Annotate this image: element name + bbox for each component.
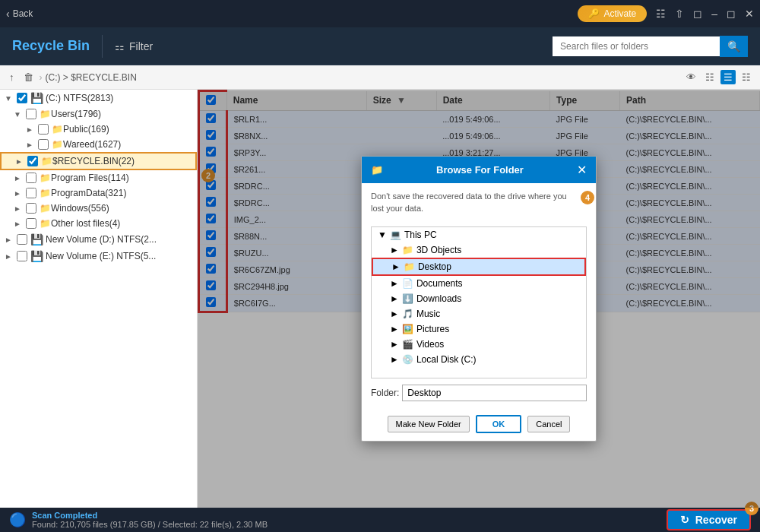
make-new-folder-button[interactable]: Make New Folder	[388, 416, 470, 432]
up-button[interactable]: ↑	[6, 70, 17, 84]
wareed-label: Wareed(1627)	[63, 139, 121, 150]
tree-item-music[interactable]: ► 🎵 Music	[372, 306, 586, 321]
back-label: Back	[13, 8, 33, 19]
expand-icon: ►	[12, 204, 23, 213]
expand-icon: ►	[12, 174, 23, 182]
sidebar-item-drive-d[interactable]: ► 💾 New Volume (D:) NTFS(2...	[0, 231, 197, 248]
recover-button[interactable]: ↻ Recover	[667, 509, 751, 530]
sidebar-item-program-data[interactable]: ► 📁 ProgramData(321)	[0, 185, 197, 201]
title-bar: ‹ Back 🔑 Activate ☷ ⇧ ◻ – ◻ ✕	[0, 0, 760, 27]
tree-item-3d-objects[interactable]: ► 📁 3D Objects	[372, 242, 586, 258]
tree-item-desktop[interactable]: ► 📁 Desktop	[372, 258, 586, 276]
other-lost-checkbox[interactable]	[26, 218, 36, 229]
public-label: Public(169)	[63, 124, 109, 135]
modal-folder-icon: 📁	[371, 164, 383, 176]
status-bar: 🔵 Scan Completed Found: 210,705 files (9…	[0, 508, 760, 532]
folder-icon: 📁	[40, 188, 51, 198]
filter-button[interactable]: ⚏ Filter	[115, 40, 153, 52]
folder-icon: 📁	[40, 109, 51, 119]
view-grid-button[interactable]: ☷	[702, 70, 717, 84]
modal-overlay: 📁 Browse For Folder ✕ Don't save the rec…	[198, 90, 760, 508]
expand-icon: ►	[24, 141, 35, 149]
app-title: Recycle Bin	[12, 38, 90, 54]
breadcrumb-path: (C:) > $RECYCLE.BIN	[46, 72, 137, 83]
activate-button[interactable]: 🔑 Activate	[578, 5, 648, 22]
ok-button[interactable]: OK	[476, 415, 522, 433]
expand-icon: ►	[14, 157, 24, 166]
back-button[interactable]: ‹ Back	[6, 8, 33, 20]
tree-item-pictures[interactable]: ► 🖼️ Pictures	[372, 321, 586, 337]
key-icon: 🔑	[588, 8, 600, 19]
filter-label: Filter	[129, 40, 153, 52]
drive-icon: 💾	[30, 233, 43, 245]
recycle-bin-checkbox[interactable]	[27, 156, 38, 166]
sidebar-item-drive-e[interactable]: ► 💾 New Volume (E:) NTFS(5...	[0, 248, 197, 264]
users-checkbox[interactable]	[26, 109, 36, 119]
program-data-checkbox[interactable]	[26, 188, 36, 198]
delete-button[interactable]: 🗑	[21, 70, 36, 84]
status-left: 🔵 Scan Completed Found: 210,705 files (9…	[9, 511, 268, 529]
search-area: 🔍	[553, 36, 748, 57]
pc-icon: 💻	[390, 230, 401, 240]
sidebar-item-windows[interactable]: ► 📁 Windows(556)	[0, 201, 197, 216]
sidebar-item-recycle-bin[interactable]: 1 ► 📁 $RECYCLE.BIN(22)	[0, 152, 197, 170]
view-list-button[interactable]: ☰	[720, 70, 736, 84]
expand-icon: ►	[390, 245, 399, 255]
back-arrow-icon: ‹	[6, 8, 10, 20]
expand-icon: ►	[391, 261, 401, 272]
folder-icon: 📁	[40, 173, 51, 183]
folder-music-icon: 🎵	[402, 309, 413, 319]
cart-button[interactable]: ☷	[656, 8, 666, 20]
search-button[interactable]: 🔍	[720, 36, 748, 57]
drive-e-label: New Volume (E:) NTFS(5...	[46, 251, 156, 261]
expand-icon: ►	[3, 252, 14, 261]
breadcrumb-bar: ↑ 🗑 › (C:) > $RECYCLE.BIN 👁 ☷ ☰ ☷	[0, 65, 760, 90]
disk-icon: 💿	[402, 354, 413, 365]
folder-tree[interactable]: ▼ 💻 This PC ► 📁 3D Objects ►	[371, 226, 587, 378]
tree-item-videos[interactable]: ► 🎬 Videos	[372, 337, 586, 352]
modal-close-button[interactable]: ✕	[577, 163, 587, 177]
tree-item-local-disk[interactable]: ► 💿 Local Disk (C:)	[372, 352, 586, 367]
recover-label: Recover	[695, 514, 737, 526]
sidebar-item-program-files[interactable]: ► 📁 Program Files(114)	[0, 170, 197, 185]
minimize-button[interactable]: –	[711, 8, 717, 20]
wareed-checkbox[interactable]	[38, 139, 49, 150]
view-eye-button[interactable]: 👁	[683, 70, 699, 84]
search-input[interactable]	[553, 36, 720, 56]
folder-input[interactable]	[402, 385, 587, 401]
view-buttons: 👁 ☷ ☰ ☷	[683, 70, 754, 84]
modal-header: 📁 Browse For Folder ✕	[362, 157, 596, 183]
tree-item-downloads[interactable]: ► ⬇️ Downloads	[372, 291, 586, 306]
browse-folder-modal: 📁 Browse For Folder ✕ Don't save the rec…	[361, 156, 597, 442]
folder-blue-icon: 📁	[404, 261, 415, 272]
restore-button[interactable]: ◻	[693, 8, 702, 20]
scan-status: Scan Completed	[32, 511, 268, 520]
tree-item-documents[interactable]: ► 📄 Documents	[372, 276, 586, 291]
toolbar: Recycle Bin ⚏ Filter 🔍	[0, 27, 760, 65]
sidebar-item-drive-c[interactable]: ▼ 💾 (C:) NTFS(2813)	[0, 90, 197, 106]
sidebar-item-users[interactable]: ▼ 📁 Users(1796)	[0, 106, 197, 122]
expand-icon: ►	[390, 293, 399, 304]
modal-footer: Make New Folder OK Cancel	[362, 409, 596, 441]
folder-icon: 📁	[40, 203, 51, 214]
windows-checkbox[interactable]	[26, 203, 36, 214]
drive-e-checkbox[interactable]	[17, 251, 27, 261]
maximize-button[interactable]: ◻	[727, 8, 736, 20]
expand-icon: ►	[24, 125, 35, 134]
folder-icon: 📁	[40, 218, 51, 229]
program-files-checkbox[interactable]	[26, 173, 36, 183]
expand-icon: ►	[390, 309, 399, 319]
tree-item-this-pc[interactable]: ▼ 💻 This PC	[372, 227, 586, 242]
close-button[interactable]: ✕	[745, 8, 754, 20]
cancel-button[interactable]: Cancel	[527, 416, 570, 432]
sidebar-item-public[interactable]: ► 📁 Public(169)	[0, 122, 197, 137]
drive-d-checkbox[interactable]	[17, 234, 27, 245]
drive-c-checkbox[interactable]	[17, 93, 27, 103]
modal-body: Don't save the recovered data to the dri…	[362, 183, 596, 409]
sidebar-item-wareed[interactable]: ► 📁 Wareed(1627)	[0, 137, 197, 152]
view-detail-button[interactable]: ☷	[739, 70, 754, 84]
recover-icon: ↻	[680, 514, 689, 526]
public-checkbox[interactable]	[38, 124, 49, 135]
share-button[interactable]: ⇧	[675, 8, 684, 20]
sidebar-item-other-lost[interactable]: ► 📁 Other lost files(4)	[0, 216, 197, 231]
